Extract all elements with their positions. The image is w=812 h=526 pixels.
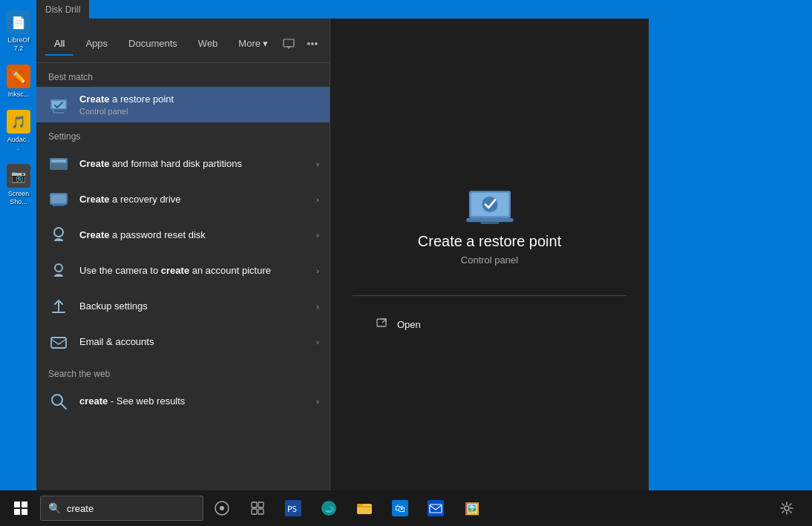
open-button[interactable]: Open [367, 311, 612, 339]
start-button[interactable] [3, 490, 39, 526]
best-match-text: Create a restore point Control panel [79, 93, 319, 116]
search-icon: 🔍 [48, 502, 61, 514]
start-menu: All Apps Documents Web More ▾ ••• [36, 19, 649, 501]
backup-icon [47, 295, 71, 318]
svg-line-32 [382, 319, 386, 323]
edge-button[interactable] [312, 490, 346, 526]
best-match-label: Best match [36, 63, 330, 87]
settings-item-camera[interactable]: Use the camera to create an account pict… [36, 253, 330, 289]
chevron-right-icon: › [316, 302, 319, 311]
svg-rect-20 [53, 205, 65, 206]
task-manager-button[interactable] [240, 490, 275, 526]
settings-item-text: Create a recovery drive [79, 194, 316, 206]
svg-text:📷: 📷 [11, 169, 26, 183]
photos-button[interactable]: 🖼️ [454, 490, 488, 526]
detail-panel: Create a restore point Control panel Ope… [330, 19, 649, 501]
svg-text:✏️: ✏️ [11, 70, 26, 84]
tab-apps[interactable]: Apps [76, 32, 117, 55]
svg-rect-47 [357, 504, 363, 507]
taskbar-search-box[interactable]: 🔍 [40, 496, 203, 521]
camera-icon [47, 259, 71, 283]
detail-divider [353, 295, 626, 296]
svg-point-22 [55, 264, 62, 272]
store-button[interactable]: 🛍 [383, 490, 417, 526]
svg-line-25 [61, 404, 66, 409]
desktop-icon-label: LibreOf 7.2 [7, 36, 30, 53]
search-web-text: create - See web results [79, 395, 316, 408]
task-view-button[interactable] [205, 490, 239, 526]
svg-rect-42 [258, 509, 263, 514]
svg-rect-23 [51, 338, 66, 348]
detail-subtitle: Control panel [461, 254, 518, 266]
svg-rect-41 [252, 509, 257, 514]
tab-all[interactable]: All [45, 32, 73, 55]
svg-rect-8 [284, 39, 294, 47]
search-web-item[interactable]: create - See web results › [36, 384, 330, 419]
desktop-icon-label: Inksc... [8, 91, 30, 99]
settings-item-email[interactable]: Email & accounts › [36, 324, 330, 360]
svg-rect-17 [51, 160, 66, 162]
svg-point-21 [54, 228, 63, 237]
settings-item-text: Use the camera to create an account pict… [79, 265, 316, 277]
svg-text:PS: PS [287, 504, 297, 514]
svg-text:📄: 📄 [11, 16, 26, 30]
desktop-icon-libreoffice[interactable]: 📄 LibreOf 7.2 [4, 7, 33, 56]
svg-rect-14 [52, 101, 65, 108]
settings-item-backup[interactable]: Backup settings › [36, 289, 330, 324]
settings-tray-button[interactable] [770, 490, 803, 526]
svg-rect-34 [22, 502, 27, 507]
desktop-icon-audacity[interactable]: 🎵 Audac... [4, 107, 33, 155]
more-options-icon[interactable]: ••• [304, 35, 321, 53]
svg-rect-29 [466, 217, 513, 221]
svg-rect-35 [14, 509, 20, 515]
svg-rect-36 [22, 509, 27, 515]
tab-actions: ••• [280, 35, 321, 53]
settings-label: Settings [36, 122, 330, 146]
desktop-icon-inkscape[interactable]: ✏️ Inksc... [4, 62, 33, 102]
svg-rect-19 [51, 194, 66, 203]
best-match-item[interactable]: Create a restore point Control panel [36, 87, 330, 122]
open-icon [376, 317, 390, 333]
svg-point-45 [321, 501, 336, 516]
svg-text:🎵: 🎵 [11, 115, 26, 129]
restore-point-icon [47, 93, 71, 116]
taskbar: 🔍 PS [0, 490, 812, 526]
svg-rect-33 [14, 502, 20, 507]
chevron-right-icon: › [316, 160, 319, 168]
chevron-right-icon: › [316, 338, 319, 346]
file-explorer-button[interactable] [347, 490, 382, 526]
tab-web[interactable]: Web [189, 32, 227, 55]
tab-documents[interactable]: Documents [119, 32, 186, 55]
detail-content: Create a restore point Control panel Ope… [330, 19, 649, 501]
settings-item-text: Backup settings [79, 300, 316, 313]
mail-button[interactable] [419, 490, 453, 526]
svg-rect-30 [480, 222, 499, 224]
detail-title: Create a restore point [418, 233, 561, 250]
search-results-panel: All Apps Documents Web More ▾ ••• [36, 19, 330, 501]
detail-actions: Open [353, 311, 626, 339]
settings-item-hard-disk[interactable]: Create and format hard disk partitions › [36, 146, 330, 182]
settings-item-text: Create and format hard disk partitions [79, 158, 316, 171]
web-search-icon [47, 389, 71, 413]
settings-item-text: Email & accounts [79, 336, 316, 349]
search-input[interactable] [67, 503, 195, 514]
settings-item-password[interactable]: Create a password reset disk › [36, 217, 330, 253]
monitor-icon[interactable] [280, 35, 298, 53]
svg-point-54 [785, 506, 789, 510]
tab-more[interactable]: More ▾ [229, 32, 277, 55]
chevron-right-icon: › [316, 397, 319, 406]
window-title: Disk Drill [36, 0, 89, 19]
svg-text:🛍: 🛍 [395, 502, 405, 514]
powershell-button[interactable]: PS [276, 490, 310, 526]
settings-item-recovery[interactable]: Create a recovery drive › [36, 182, 330, 217]
search-tabs: All Apps Documents Web More ▾ ••• [36, 19, 330, 63]
chevron-right-icon: › [316, 231, 319, 240]
recovery-drive-icon [47, 188, 71, 211]
hard-disk-icon [47, 152, 71, 176]
desktop-icons: 📄 LibreOf 7.2 ✏️ Inksc... 🎵 Audac... 📷 S… [0, 0, 37, 490]
svg-rect-39 [252, 502, 257, 507]
svg-text:🖼️: 🖼️ [465, 502, 479, 516]
desktop-icon-screenshot[interactable]: 📷 Screen Sho... [4, 161, 33, 209]
desktop-icon-label: Audac... [7, 136, 30, 152]
taskbar-right [770, 490, 809, 526]
